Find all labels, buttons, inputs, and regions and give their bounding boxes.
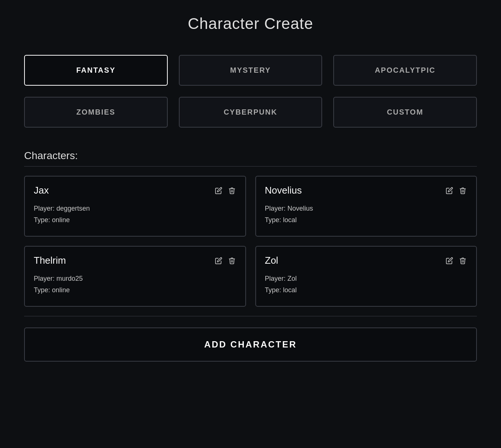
character-player-jax: Player: deggertsen <box>34 203 236 214</box>
character-card-novelius: Novelius <box>255 176 477 237</box>
character-name-jax: Jax <box>34 185 49 196</box>
character-info-novelius: Player: Novelius Type: local <box>265 203 468 225</box>
character-name-zol: Zol <box>265 255 278 266</box>
character-type-thelrim: Type: online <box>34 284 236 296</box>
character-info-jax: Player: deggertsen Type: online <box>34 203 236 225</box>
edit-button-zol[interactable] <box>445 256 454 265</box>
characters-grid: Jax <box>24 176 477 307</box>
add-character-button[interactable]: ADD CHARACTER <box>24 327 477 362</box>
genre-grid: FANTASYMYSTERYAPOCALYTPICZOMBIESCYBERPUN… <box>24 55 477 128</box>
character-type-jax: Type: online <box>34 214 236 226</box>
delete-button-jax[interactable] <box>227 186 236 195</box>
character-info-zol: Player: Zol Type: local <box>265 273 468 296</box>
delete-button-novelius[interactable] <box>458 186 467 195</box>
edit-button-jax[interactable] <box>214 186 223 195</box>
character-player-novelius: Player: Novelius <box>265 203 468 214</box>
genre-btn-cyberpunk[interactable]: CYBERPUNK <box>179 97 322 128</box>
genre-btn-mystery[interactable]: MYSTERY <box>179 55 322 86</box>
character-card-zol: Zol <box>255 246 477 307</box>
delete-button-thelrim[interactable] <box>227 256 236 265</box>
character-name-thelrim: Thelrim <box>34 255 66 266</box>
character-card-header-thelrim: Thelrim <box>34 255 236 266</box>
genre-btn-custom[interactable]: CUSTOM <box>333 97 477 128</box>
character-info-thelrim: Player: murdo25 Type: online <box>34 273 236 296</box>
delete-button-zol[interactable] <box>458 256 467 265</box>
divider-bottom <box>24 316 477 316</box>
character-type-zol: Type: local <box>265 284 468 296</box>
character-player-zol: Player: Zol <box>265 273 468 284</box>
character-card-header-novelius: Novelius <box>265 185 468 196</box>
character-actions-zol <box>445 256 467 265</box>
characters-header: Characters: <box>24 150 477 162</box>
divider-top <box>24 166 477 167</box>
characters-section: Characters: Jax <box>24 150 477 362</box>
character-actions-jax <box>214 186 236 195</box>
character-player-thelrim: Player: murdo25 <box>34 273 236 284</box>
character-card-header-jax: Jax <box>34 185 236 196</box>
page-title: Character Create <box>24 15 477 33</box>
edit-button-novelius[interactable] <box>445 186 454 195</box>
genre-btn-fantasy[interactable]: FANTASY <box>24 55 168 86</box>
genre-btn-apocalyptic[interactable]: APOCALYTPIC <box>333 55 477 86</box>
character-actions-thelrim <box>214 256 236 265</box>
genre-btn-zombies[interactable]: ZOMBIES <box>24 97 168 128</box>
edit-button-thelrim[interactable] <box>214 256 223 265</box>
character-type-novelius: Type: local <box>265 214 468 226</box>
character-card-thelrim: Thelrim <box>24 246 246 307</box>
character-actions-novelius <box>445 186 467 195</box>
character-card-jax: Jax <box>24 176 246 237</box>
character-card-header-zol: Zol <box>265 255 468 266</box>
character-name-novelius: Novelius <box>265 185 302 196</box>
